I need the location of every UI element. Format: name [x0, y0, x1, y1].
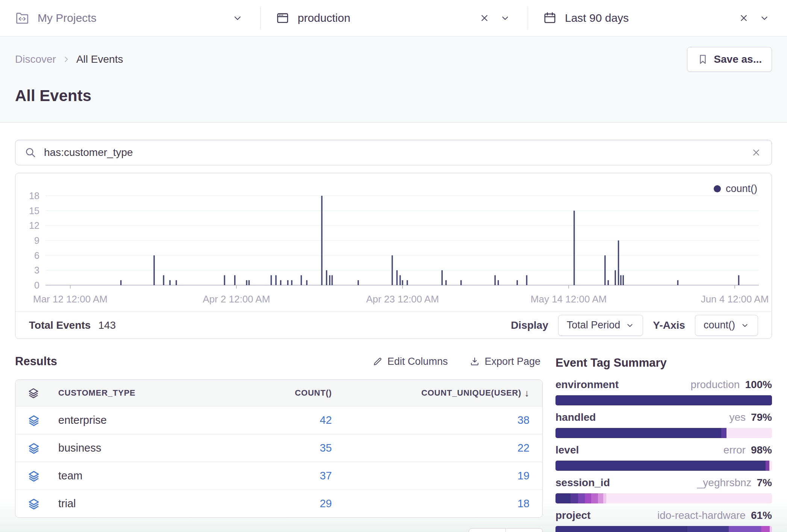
- count-link[interactable]: 37: [320, 470, 332, 482]
- count-unique-link[interactable]: 38: [518, 414, 530, 426]
- tag-bar-segment[interactable]: [770, 526, 772, 532]
- tag-percent: 61%: [751, 509, 772, 521]
- tag-bar-segment[interactable]: [729, 526, 761, 532]
- project-filter[interactable]: My Projects: [0, 0, 260, 36]
- column-header-customer-type[interactable]: CUSTOMER_TYPE: [58, 388, 257, 398]
- tag-top-value: error: [723, 444, 746, 456]
- edit-columns-button[interactable]: Edit Columns: [370, 355, 450, 368]
- table-row[interactable]: enterprise4238: [15, 406, 542, 434]
- chart-bar: [287, 280, 289, 285]
- environment-filter-clear[interactable]: [478, 12, 491, 24]
- chart-bar: [301, 275, 302, 285]
- yaxis-dropdown[interactable]: count(): [695, 315, 758, 336]
- date-range-filter[interactable]: Last 90 days: [528, 0, 787, 36]
- stack-icon: [28, 443, 58, 454]
- tag-top-value: ido-react-hardware: [657, 509, 746, 521]
- y-axis-tick-label: 6: [34, 250, 39, 261]
- save-as-button[interactable]: Save as...: [687, 47, 772, 72]
- table-row[interactable]: team3719: [15, 462, 542, 490]
- tag-bar-segment[interactable]: [555, 526, 687, 532]
- chart-bar: [400, 275, 401, 285]
- export-page-button[interactable]: Export Page: [467, 355, 543, 368]
- display-dropdown[interactable]: Total Period: [558, 315, 643, 336]
- pagination-prev-button[interactable]: [469, 528, 506, 532]
- tag-bar-segment[interactable]: [766, 461, 769, 471]
- legend-dot-icon: [714, 185, 721, 192]
- count-link[interactable]: 35: [320, 442, 332, 454]
- tag-bar-segment[interactable]: [571, 493, 578, 503]
- chart-bar: [306, 280, 308, 285]
- count-unique-link[interactable]: 18: [518, 497, 530, 509]
- breadcrumb-discover-link[interactable]: Discover: [15, 53, 56, 65]
- tag-bar-segment[interactable]: [555, 493, 571, 503]
- customer-type-cell: trial: [58, 497, 257, 510]
- tag-bar-segment[interactable]: [585, 493, 591, 503]
- y-axis-tick-label: 3: [34, 265, 39, 275]
- edit-columns-label: Edit Columns: [387, 356, 448, 367]
- chart-bar: [516, 280, 518, 285]
- tag-bar-segment[interactable]: [591, 493, 598, 503]
- tag-bar-segment[interactable]: [726, 428, 772, 438]
- tag-bar-segment[interactable]: [687, 526, 728, 532]
- count-link[interactable]: 29: [320, 497, 332, 509]
- search-icon: [24, 147, 36, 159]
- total-events-value: 143: [98, 319, 116, 331]
- chart-bar: [622, 275, 624, 285]
- tag-name: handled: [555, 411, 596, 423]
- tag-distribution-bar: [555, 461, 772, 471]
- events-chart-area[interactable]: 0369121518Mar 12 12:00 AMApr 2 12:00 AMA…: [15, 173, 772, 311]
- display-label: Display: [511, 319, 548, 331]
- chart-bar: [224, 275, 226, 285]
- stack-icon: [28, 415, 58, 426]
- search-input[interactable]: [43, 146, 743, 159]
- column-header-count[interactable]: COUNT(): [257, 388, 332, 398]
- tag-bar-segment[interactable]: [606, 493, 772, 503]
- table-row[interactable]: trial2918: [15, 490, 542, 517]
- table-row[interactable]: business3522: [15, 434, 542, 462]
- tag-bar-segment[interactable]: [761, 526, 770, 532]
- date-range-filter-chevron[interactable]: [758, 12, 770, 24]
- environment-filter-chevron[interactable]: [499, 12, 511, 24]
- tag-bar-segment[interactable]: [721, 428, 726, 438]
- environment-filter[interactable]: production: [261, 0, 528, 36]
- bookmark-icon: [697, 54, 708, 65]
- pagination-next-button[interactable]: [505, 528, 543, 532]
- tag-bar-segment[interactable]: [555, 395, 772, 405]
- chart-legend[interactable]: count(): [714, 183, 757, 195]
- tag-bar-segment[interactable]: [598, 493, 603, 503]
- close-icon: [479, 12, 490, 24]
- tag-name: session_id: [555, 477, 610, 489]
- chart-bar: [392, 255, 393, 285]
- chevron-down-icon: [500, 13, 510, 23]
- date-range-filter-clear[interactable]: [737, 12, 750, 24]
- global-filter-bar: My Projects production: [0, 0, 787, 36]
- tag-bar-segment[interactable]: [769, 461, 772, 471]
- chart-bar: [331, 275, 333, 285]
- tag-bar-segment[interactable]: [603, 493, 607, 503]
- legend-label: count(): [726, 183, 757, 195]
- project-filter-chevron[interactable]: [231, 12, 244, 24]
- y-axis-tick-label: 12: [29, 220, 39, 231]
- close-icon: [751, 147, 762, 158]
- sort-desc-icon: ↓: [524, 387, 530, 399]
- chart-bar: [574, 211, 575, 285]
- chevron-down-icon: [759, 13, 770, 23]
- chart-bar: [176, 280, 177, 285]
- count-link[interactable]: 42: [320, 414, 332, 426]
- breadcrumb-current: All Events: [76, 53, 123, 65]
- tag-bar-segment[interactable]: [578, 493, 584, 503]
- save-as-label: Save as...: [714, 53, 762, 65]
- y-axis-tick-label: 0: [34, 280, 39, 290]
- chart-footer: Total Events 143 Display Total Period Y-…: [15, 311, 772, 339]
- count-unique-link[interactable]: 22: [518, 442, 530, 454]
- tag-bar-segment[interactable]: [555, 461, 766, 471]
- search-clear-button[interactable]: [750, 146, 763, 159]
- calendar-icon: [543, 11, 557, 25]
- y-axis-tick-label: 15: [29, 206, 39, 216]
- count-unique-link[interactable]: 19: [518, 470, 530, 482]
- tag-bar-segment[interactable]: [555, 428, 721, 438]
- column-header-count-unique[interactable]: COUNT_UNIQUE(USER) ↓: [332, 387, 530, 399]
- chart-bar: [445, 280, 447, 285]
- chart-bar: [169, 280, 171, 285]
- chart-bar: [275, 275, 277, 285]
